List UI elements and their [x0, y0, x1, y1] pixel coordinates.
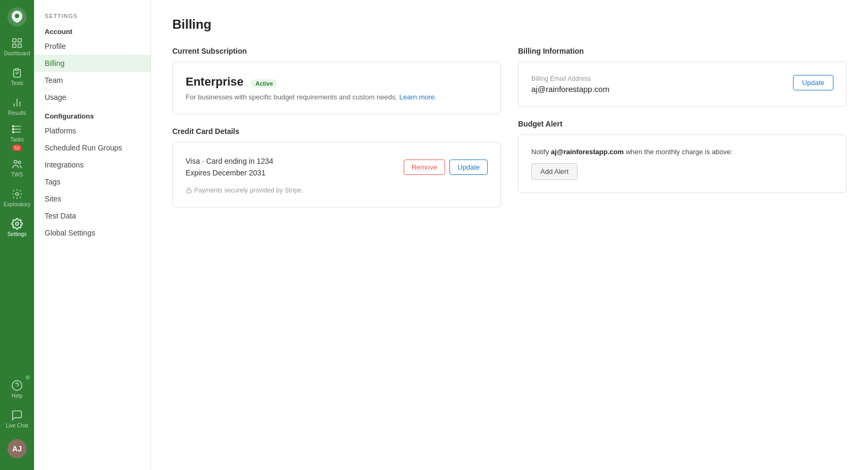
nav-item-tws[interactable]: TWS — [0, 153, 34, 183]
budget-alert-section: Budget Alert Notify aj@rainforestapp.com… — [518, 120, 847, 193]
svg-rect-5 — [18, 44, 21, 47]
nav-rail: Dashboard Tests Results Tasks 52 TWS Exp… — [0, 0, 34, 470]
credit-card-row: Visa · Card ending in 1234 Expires Decem… — [186, 155, 488, 179]
remove-card-button[interactable]: Remove — [404, 160, 445, 175]
sidebar-item-sites[interactable]: Sites — [34, 190, 151, 207]
help-dot — [26, 375, 30, 380]
billing-info-title: Billing Information — [518, 47, 847, 55]
card-actions: Remove Update — [404, 160, 488, 175]
nav-item-tests[interactable]: Tests — [0, 62, 34, 91]
svg-point-9 — [12, 131, 14, 133]
main-content: Billing Current Subscription Enterprise … — [151, 0, 868, 470]
budget-alert-text: Notify aj@rainforestapp.com when the mon… — [531, 148, 833, 156]
billing-email-block: Billing Email Address aj@rainforestapp.c… — [531, 75, 610, 94]
budget-alert-email: aj@rainforestapp.com — [551, 148, 624, 156]
billing-info-section: Billing Information Billing Email Addres… — [518, 47, 847, 107]
app-logo[interactable] — [6, 6, 28, 28]
sidebar-item-integrations[interactable]: Integrations — [34, 156, 151, 173]
svg-point-14 — [12, 381, 22, 390]
stripe-note: Payments securely provided by Stripe. — [186, 187, 488, 194]
credit-card-section: Credit Card Details Visa · Card ending i… — [172, 127, 501, 207]
billing-email-value: aj@rainforestapp.com — [531, 85, 610, 94]
credit-card-card: Visa · Card ending in 1234 Expires Decem… — [172, 142, 501, 207]
svg-point-13 — [15, 222, 19, 225]
sidebar: SETTINGS Account Profile Billing Team Us… — [34, 0, 151, 470]
billing-info-row: Billing Email Address aj@rainforestapp.c… — [531, 75, 833, 94]
svg-rect-3 — [18, 39, 21, 42]
current-subscription-title: Current Subscription — [172, 47, 501, 55]
configurations-section-title: Configurations — [34, 106, 151, 122]
sidebar-item-usage[interactable]: Usage — [34, 89, 151, 106]
sidebar-item-global-settings[interactable]: Global Settings — [34, 224, 151, 241]
sidebar-item-tags[interactable]: Tags — [34, 173, 151, 190]
card-expiry: Expires December 2031 — [186, 167, 273, 179]
svg-point-10 — [14, 161, 18, 164]
account-section-title: Account — [34, 21, 151, 38]
svg-rect-4 — [13, 44, 16, 47]
avatar-image: AJ — [7, 439, 27, 458]
right-column: Billing Information Billing Email Addres… — [518, 47, 847, 207]
nav-item-exploratory[interactable]: Exploratory — [0, 183, 34, 213]
svg-point-1 — [15, 14, 19, 18]
current-subscription-section: Current Subscription Enterprise Active F… — [172, 47, 501, 114]
billing-info-card: Billing Email Address aj@rainforestapp.c… — [518, 62, 847, 107]
card-info-block: Visa · Card ending in 1234 Expires Decem… — [186, 155, 273, 179]
sidebar-item-test-data[interactable]: Test Data — [34, 207, 151, 224]
settings-label: SETTINGS — [34, 9, 151, 21]
left-column: Current Subscription Enterprise Active F… — [172, 47, 501, 207]
svg-point-7 — [12, 125, 14, 127]
budget-alert-title: Budget Alert — [518, 120, 847, 128]
billing-email-label: Billing Email Address — [531, 75, 610, 82]
page-title: Billing — [172, 17, 847, 32]
svg-point-12 — [15, 192, 19, 196]
active-badge: Active — [251, 79, 277, 88]
sidebar-item-billing[interactable]: Billing — [34, 55, 151, 72]
svg-point-8 — [12, 129, 14, 130]
svg-point-11 — [18, 161, 21, 164]
update-email-button[interactable]: Update — [793, 75, 833, 90]
budget-alert-card: Notify aj@rainforestapp.com when the mon… — [518, 135, 847, 193]
svg-rect-2 — [13, 39, 16, 42]
credit-card-title: Credit Card Details — [172, 127, 501, 136]
sidebar-item-platforms[interactable]: Platforms — [34, 122, 151, 139]
nav-item-dashboard[interactable]: Dashboard — [0, 32, 34, 62]
nav-item-settings[interactable]: Settings — [0, 213, 34, 242]
nav-item-tasks[interactable]: Tasks 52 — [0, 121, 34, 153]
sidebar-item-profile[interactable]: Profile — [34, 38, 151, 55]
nav-item-live-chat[interactable]: Live Chat — [0, 404, 34, 434]
plan-name: Enterprise — [186, 75, 244, 88]
nav-item-results[interactable]: Results — [0, 91, 34, 121]
svg-rect-6 — [15, 69, 19, 71]
card-number-info: Visa · Card ending in 1234 — [186, 155, 273, 167]
user-avatar[interactable]: AJ — [0, 434, 34, 464]
update-card-button[interactable]: Update — [449, 160, 488, 175]
sidebar-item-team[interactable]: Team — [34, 72, 151, 89]
nav-item-help[interactable]: Help — [0, 374, 34, 404]
sidebar-item-scheduled-run-groups[interactable]: Scheduled Run Groups — [34, 139, 151, 156]
learn-more-link[interactable]: Learn more. — [399, 93, 437, 101]
content-grid: Current Subscription Enterprise Active F… — [172, 47, 847, 207]
current-subscription-card: Enterprise Active For businesses with sp… — [172, 62, 501, 114]
add-alert-button[interactable]: Add Alert — [531, 163, 578, 180]
svg-rect-15 — [187, 190, 191, 193]
plan-description: For businesses with specific budget requ… — [186, 93, 488, 101]
